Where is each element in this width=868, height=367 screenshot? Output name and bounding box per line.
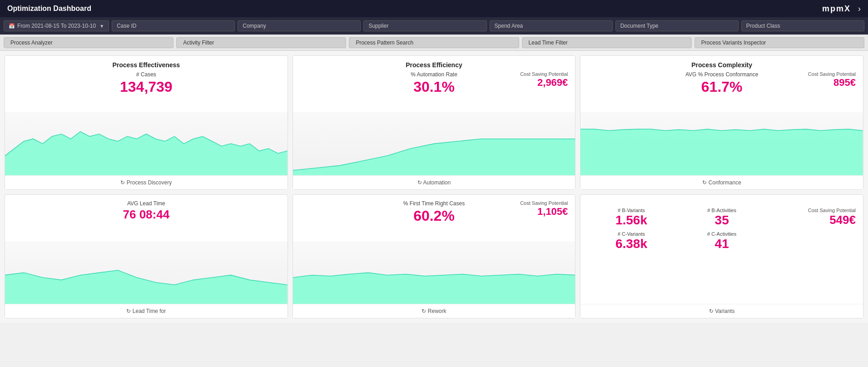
- svg-marker-2: [580, 129, 863, 175]
- b-variants-label: # B-Variants: [588, 208, 675, 213]
- variants-cost-label: Cost Saving Potential: [769, 208, 856, 213]
- main-content: Process Effectiveness # Cases 134,739 ↻ …: [0, 51, 868, 323]
- b-activities-block: # B-Activities 35: [679, 208, 765, 228]
- c-variants-block: # C-Variants 6.38k: [588, 231, 675, 251]
- rework-btn[interactable]: ↻ Rework: [293, 304, 575, 318]
- filter-bar-1: 📅 From 2021-08-15 To 2023-10-10 ▼ Case I…: [0, 17, 868, 35]
- lead-time-filter-btn[interactable]: Lead Time Filter: [522, 37, 692, 48]
- complexity-panel: Process Complexity AVG % Process Conform…: [580, 55, 863, 190]
- b-activities-value: 35: [679, 213, 765, 228]
- app-title: Optimization Dashboard: [7, 5, 822, 13]
- process-pattern-search-btn[interactable]: Process Pattern Search: [349, 37, 519, 48]
- case-id-filter[interactable]: Case ID: [112, 20, 235, 31]
- lead-time-header: AVG Lead Time 76 08:44: [12, 200, 280, 241]
- supplier-filter[interactable]: Supplier: [363, 20, 486, 31]
- c-variants-value: 6.38k: [588, 237, 675, 251]
- expand-arrow[interactable]: ›: [858, 4, 861, 14]
- b-variants-block: # B-Variants 1.56k: [588, 208, 675, 228]
- complexity-cost-label: Cost Saving Potential: [808, 71, 856, 77]
- calendar-icon: 📅: [9, 23, 15, 29]
- lead-time-chart: [5, 241, 288, 304]
- efficiency-chart: [293, 112, 575, 175]
- complexity-cost-value: 895€: [808, 77, 856, 89]
- product-class-filter[interactable]: Product Class: [741, 20, 864, 31]
- process-discovery-btn[interactable]: ↻ Process Discovery: [5, 175, 288, 189]
- b-variants-value: 1.56k: [588, 213, 675, 228]
- process-analyzer-btn[interactable]: Process Analyzer: [4, 37, 174, 48]
- ftr-cost-value: 1,105€: [520, 206, 568, 218]
- svg-marker-0: [5, 132, 288, 175]
- lead-time-btn[interactable]: ↻ Lead Time for: [5, 304, 288, 318]
- company-label: Company: [243, 23, 266, 29]
- variants-cost-value: 549€: [769, 213, 856, 227]
- date-range-filter[interactable]: 📅 From 2021-08-15 To 2023-10-10 ▼: [4, 20, 109, 31]
- svg-marker-4: [293, 273, 575, 304]
- b-activities-label: # B-Activities: [679, 208, 765, 213]
- supplier-label: Supplier: [368, 23, 388, 29]
- lead-time-panel: AVG Lead Time 76 08:44 ↻ Lead Time for: [5, 194, 288, 319]
- c-activities-block: # C-Activities 41: [679, 231, 765, 251]
- ftr-cost-label: Cost Saving Potential: [520, 200, 568, 206]
- c-variants-label: # C-Variants: [588, 231, 675, 237]
- process-variants-inspector-btn[interactable]: Process Variants Inspector: [694, 37, 864, 48]
- ftr-header: % First Time Right Cases 60.2% Cost Savi…: [300, 200, 568, 241]
- document-type-label: Document Type: [620, 23, 659, 29]
- spend-area-filter[interactable]: Spend Area: [490, 20, 613, 31]
- cases-value: 134,739: [12, 79, 280, 95]
- lead-time-value: 76 08:44: [12, 208, 280, 222]
- top-bar: Optimization Dashboard mpmX ›: [0, 0, 868, 17]
- first-time-right-panel: % First Time Right Cases 60.2% Cost Savi…: [293, 194, 576, 319]
- effectiveness-header: # Cases 134,739: [12, 71, 280, 112]
- date-range-value: From 2021-08-15 To 2023-10-10: [17, 23, 96, 29]
- efficiency-cost-value: 2,969€: [520, 77, 568, 89]
- svg-marker-3: [5, 270, 288, 304]
- document-type-filter[interactable]: Document Type: [615, 20, 739, 31]
- complexity-header: AVG % Process Conformance 61.7% Cost Sav…: [588, 71, 856, 112]
- variants-btn[interactable]: ↻ Variants: [580, 304, 863, 318]
- filter-bar-2: Process Analyzer Activity Filter Process…: [0, 35, 868, 51]
- variants-panel: # B-Variants 1.56k # B-Activities 35 Cos…: [580, 194, 863, 319]
- variants-cost-block: Cost Saving Potential 549€: [769, 208, 856, 227]
- efficiency-title: Process Efficiency: [300, 61, 568, 69]
- efficiency-panel: Process Efficiency % Automation Rate 30.…: [293, 55, 576, 190]
- company-filter[interactable]: Company: [238, 20, 361, 31]
- ftr-chart: [293, 241, 575, 304]
- activity-filter-btn[interactable]: Activity Filter: [176, 37, 346, 48]
- product-class-label: Product Class: [746, 23, 780, 29]
- complexity-chart: [580, 112, 863, 175]
- svg-marker-1: [293, 139, 575, 175]
- automation-btn[interactable]: ↻ Automation: [293, 175, 575, 189]
- dropdown-arrow-icon: ▼: [99, 24, 104, 29]
- effectiveness-panel: Process Effectiveness # Cases 134,739 ↻ …: [5, 55, 288, 190]
- c-activities-label: # C-Activities: [679, 231, 765, 237]
- effectiveness-chart: [5, 112, 288, 175]
- cases-label: # Cases: [12, 71, 280, 78]
- efficiency-header: % Automation Rate 30.1% Cost Saving Pote…: [300, 71, 568, 112]
- case-id-label: Case ID: [117, 23, 136, 29]
- complexity-title: Process Complexity: [588, 61, 856, 69]
- effectiveness-title: Process Effectiveness: [12, 61, 280, 69]
- lead-time-label: AVG Lead Time: [12, 200, 280, 207]
- conformance-btn[interactable]: ↻ Conformance: [580, 175, 863, 189]
- efficiency-cost-label: Cost Saving Potential: [520, 71, 568, 77]
- c-activities-value: 41: [679, 237, 765, 251]
- spend-area-label: Spend Area: [495, 23, 523, 29]
- logo: mpmX: [822, 4, 851, 14]
